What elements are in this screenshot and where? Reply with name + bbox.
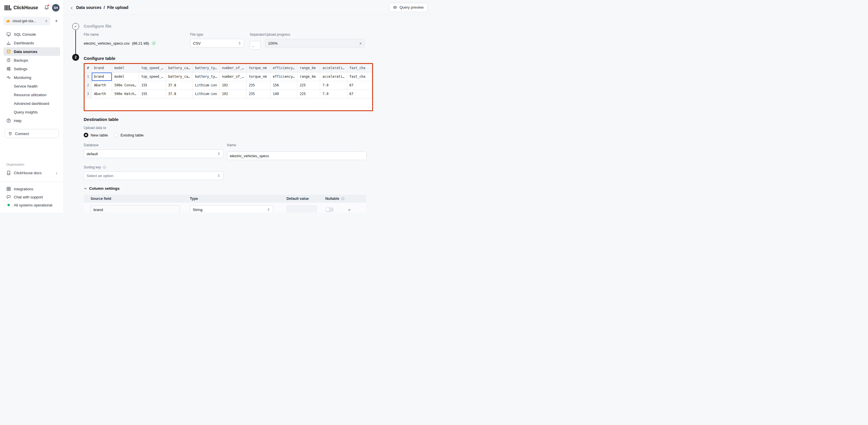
sidebar-item-integrations[interactable]: Integrations [5, 185, 59, 193]
breadcrumb-data-sources[interactable]: Data sources [76, 5, 101, 10]
back-chevron-icon[interactable]: ‹ [71, 5, 73, 10]
grid-cell[interactable]: 67 [347, 81, 372, 89]
sidebar-item-sql-console[interactable]: SQL Console [3, 30, 60, 38]
logo-row: ClickHouse SH [0, 0, 64, 15]
grid-cell[interactable]: 155 [139, 81, 166, 89]
grid-cell[interactable]: 7.0 [320, 81, 347, 89]
grid-cell[interactable]: Lithium-ion [193, 89, 219, 98]
grid-cell[interactable]: 149 [270, 89, 297, 98]
grid-header-cell: fast_cha [347, 64, 372, 72]
default-value-input[interactable] [286, 205, 317, 213]
grid-cell[interactable]: 37.8 [166, 89, 192, 98]
sidebar-item-resource-utilization[interactable]: Resource utilization [3, 90, 60, 99]
sidebar-item-label: SQL Console [14, 32, 36, 36]
sidebar-item-label: Query insights [14, 110, 38, 114]
upload-progress-label: Upload progress [265, 32, 365, 36]
step-1-complete-icon: ✓ [72, 23, 79, 30]
grid-cell[interactable]: 192 [219, 81, 246, 89]
grid-cell[interactable]: Abarth [91, 81, 112, 89]
sidebar-item-service-health[interactable]: Service health [3, 82, 60, 90]
avatar[interactable]: SH [52, 4, 60, 11]
sidebar-menu: SQL Console Dashboards Data sources Back… [0, 27, 64, 125]
grid-cell[interactable]: fast_cha [347, 72, 372, 81]
grid-cell[interactable]: accelerati… [320, 72, 347, 81]
grid-cell[interactable]: top_speed_… [139, 72, 166, 81]
file-type-select[interactable]: CSV [190, 39, 244, 48]
grid-cell[interactable]: battery_ty… [193, 72, 219, 81]
col-header-nullable: Nullable [325, 197, 339, 201]
grid-cell[interactable]: 500e Conve… [112, 81, 138, 89]
sidebar-item-docs[interactable]: ClickHouse docs › [5, 168, 59, 177]
grid-cell[interactable]: Abarth [91, 89, 112, 98]
grid-cell[interactable]: 37.8 [166, 81, 192, 89]
grid-cell[interactable]: 235 [246, 89, 270, 98]
sidebar-item-help[interactable]: Help [3, 116, 60, 125]
column-settings-header: Source field Type Default value Nullable [84, 195, 366, 203]
upload-progress-field: Upload progress 100% × [265, 32, 365, 50]
sidebar-item-system-status[interactable]: All systems operational [5, 201, 59, 209]
grid-cell[interactable]: 500e Hatch… [112, 89, 138, 98]
grid-header-cell: accelerati… [320, 64, 347, 72]
step-2-badge: 2 [72, 54, 79, 61]
grid-cell[interactable]: range_km [298, 72, 320, 81]
grid-cell[interactable]: 156 [270, 81, 297, 89]
table-name-label: Name [227, 143, 367, 147]
remove-column-icon[interactable]: × [348, 207, 350, 212]
table-name-field: Name [227, 143, 367, 160]
topbar: ‹ Data sources / File upload Query previ… [64, 0, 434, 15]
column-settings-toggle[interactable]: Column settings [84, 186, 434, 191]
grid-cell[interactable]: 155 [139, 89, 166, 98]
integrations-icon [6, 187, 11, 191]
grid-cell[interactable]: 67 [347, 89, 372, 98]
grid-cell[interactable]: 225 [298, 89, 320, 98]
grid-header-cell: top_speed_… [139, 64, 166, 72]
add-service-button[interactable]: + [53, 18, 60, 24]
grid-cell[interactable]: torque_nm [246, 72, 270, 81]
radio-new-table[interactable]: New table [84, 133, 108, 137]
sidebar-item-advanced-dashboard[interactable]: Advanced dashboard [3, 99, 60, 108]
table-name-input[interactable] [227, 151, 367, 160]
sidebar-item-backups[interactable]: Backups [3, 56, 60, 64]
notifications-bell-icon[interactable] [44, 5, 50, 11]
grid-cell[interactable]: 7.0 [320, 89, 347, 98]
cancel-upload-icon[interactable]: × [359, 41, 362, 46]
sorting-key-label: Sorting key [84, 165, 101, 169]
sidebar-item-monitoring[interactable]: Monitoring [3, 73, 60, 82]
separator-input[interactable] [250, 41, 260, 50]
grid-row: 2 Abarth 500e Conve… 155 37.8 Lithium-io… [85, 81, 372, 89]
grid-cell[interactable]: Lithium-ion [193, 81, 219, 89]
sidebar-item-settings[interactable]: Settings [3, 64, 60, 73]
nullable-toggle[interactable] [325, 207, 334, 212]
configure-file-title: Configure file [84, 24, 434, 29]
main-area: ‹ Data sources / File upload Query previ… [64, 0, 434, 213]
grid-cell[interactable]: model [112, 72, 138, 81]
grid-cell[interactable]: battery_ca… [166, 72, 192, 81]
file-name-label: File name [84, 32, 190, 36]
database-select[interactable]: default [84, 149, 223, 158]
sorting-key-select[interactable]: Select an option [84, 171, 223, 180]
row-number: 3 [85, 89, 91, 98]
grid-cell[interactable]: 192 [219, 89, 246, 98]
grid-cell[interactable]: 225 [298, 81, 320, 89]
workspace-selector[interactable]: cloud-get-sta... [3, 17, 50, 25]
type-select[interactable]: String [190, 205, 273, 213]
query-preview-button[interactable]: Query preview [389, 3, 428, 12]
radio-unselected-icon [114, 133, 118, 137]
sidebar-item-chat-support[interactable]: Chat with support [5, 193, 59, 201]
column-settings-table: Source field Type Default value Nullable [84, 195, 366, 213]
sidebar-item-data-sources[interactable]: Data sources [3, 47, 60, 56]
select-chevrons-icon [217, 174, 221, 177]
database-label: Database [84, 143, 223, 147]
sidebar-item-dashboards[interactable]: Dashboards [3, 38, 60, 47]
grid-cell[interactable]: efficiency… [270, 72, 297, 81]
radio-existing-table[interactable]: Existing table [114, 133, 144, 137]
sorting-key-placeholder: Select an option [87, 174, 113, 178]
info-icon [103, 166, 106, 169]
grid-cell[interactable]: 235 [246, 81, 270, 89]
connect-button[interactable]: Connect [5, 129, 59, 138]
sidebar-item-query-insights[interactable]: Query insights [3, 108, 60, 116]
grid-cell[interactable]: number_of_… [219, 72, 246, 81]
source-field-input[interactable] [91, 205, 180, 213]
settings-sliders-icon [6, 66, 11, 71]
grid-cell-focused[interactable]: brand [91, 72, 112, 81]
